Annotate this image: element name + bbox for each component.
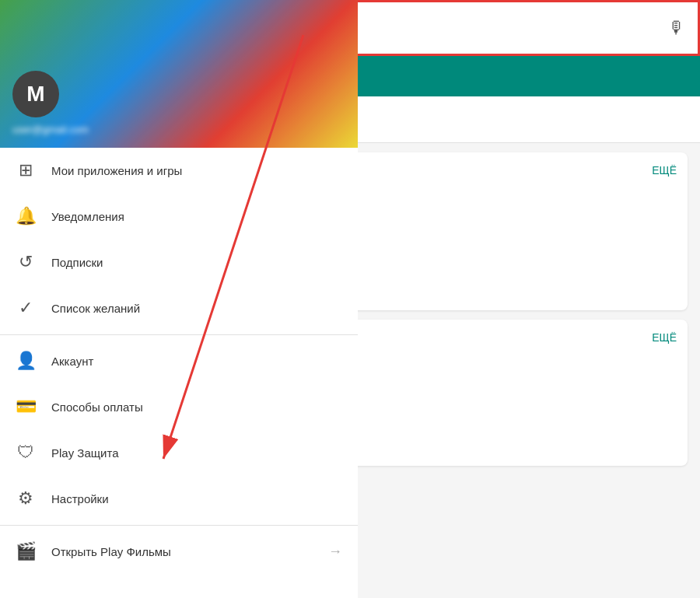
menu-item-my-apps[interactable]: ⊞ Мои приложения и игры — [0, 148, 358, 194]
menu-divider-1 — [0, 334, 358, 335]
menu-item-play-movies[interactable]: 🎬 Открыть Play Фильмы → — [0, 529, 358, 575]
user-initial: M — [26, 82, 44, 107]
notifications-label: Уведомления — [51, 210, 342, 223]
menu-item-subscriptions[interactable]: ↺ Подписки — [0, 240, 358, 285]
menu-item-play-protect[interactable]: 🛡 Play Защита — [0, 430, 358, 476]
subscriptions-label: Подписки — [51, 256, 342, 269]
play-movies-arrow: → — [328, 544, 342, 560]
user-email: user@gmail.com — [12, 124, 345, 135]
menu-item-wishlist[interactable]: ✓ Список желаний — [0, 285, 358, 331]
menu-item-notifications[interactable]: 🔔 Уведомления — [0, 194, 358, 240]
play-protect-icon: 🛡 — [16, 442, 36, 463]
notifications-icon: 🔔 — [16, 206, 36, 226]
drawer-menu: ⊞ Мои приложения и игры 🔔 Уведомления ↺ … — [0, 148, 358, 598]
section-photo-more[interactable]: ЕЩЁ — [652, 164, 677, 177]
settings-icon: ⚙ — [16, 488, 36, 509]
payment-icon: 💳 — [16, 397, 36, 417]
menu-item-account[interactable]: 👤 Аккаунт — [0, 338, 358, 384]
menu-divider-2 — [0, 525, 358, 526]
menu-item-payment[interactable]: 💳 Способы оплаты — [0, 384, 358, 430]
my-apps-icon: ⊞ — [16, 160, 36, 180]
wishlist-icon: ✓ — [16, 298, 36, 318]
payment-label: Способы оплаты — [51, 400, 342, 414]
section-recent-more[interactable]: ЕЩЁ — [652, 331, 677, 344]
settings-label: Настройки — [51, 492, 342, 505]
account-label: Аккаунт — [51, 355, 342, 368]
mic-icon[interactable]: 🎙 — [668, 18, 685, 38]
play-protect-label: Play Защита — [51, 446, 342, 460]
subscriptions-icon: ↺ — [16, 252, 36, 272]
my-apps-label: Мои приложения и игры — [51, 164, 342, 177]
account-icon: 👤 — [16, 351, 36, 371]
play-movies-label: Открыть Play Фильмы — [51, 545, 313, 558]
user-avatar: M — [12, 71, 59, 117]
play-movies-icon: 🎬 — [16, 541, 36, 561]
drawer-header: M user@gmail.com — [0, 0, 358, 148]
wishlist-label: Список желаний — [51, 302, 342, 315]
navigation-drawer: M user@gmail.com ⊞ Мои приложения и игры… — [0, 0, 358, 598]
menu-item-settings[interactable]: ⚙ Настройки — [0, 476, 358, 522]
